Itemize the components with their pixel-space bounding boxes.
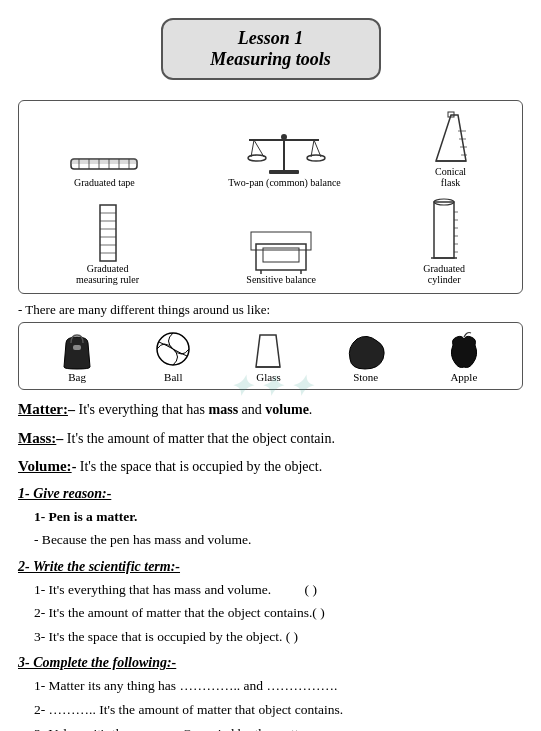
svg-rect-46 — [73, 345, 81, 350]
svg-rect-1 — [71, 159, 137, 164]
term-matter: Matter: — [18, 401, 68, 417]
ruler-icon — [92, 203, 124, 263]
thing-bag: Bag — [58, 329, 96, 383]
svg-rect-25 — [100, 205, 116, 261]
tools-row-bottom: Graduatedmeasuring ruler Sensitive balan… — [25, 196, 516, 287]
bracket2 — [317, 605, 320, 620]
tool-conical-flask: Conicalflask — [430, 111, 472, 188]
thing-name-glass: Glass — [256, 371, 280, 383]
things-label: - There are many different things around… — [18, 302, 523, 318]
thing-name-ball: Ball — [164, 371, 182, 383]
definition-volume: Volume:- It's the space that is occupied… — [18, 455, 523, 478]
definition-mass: Mass:– It's the amount of matter that th… — [18, 427, 523, 450]
stone-icon — [345, 329, 387, 371]
sensitive-balance-icon — [241, 224, 321, 274]
section1-item1-label: 1- Pen is a matter. — [34, 506, 523, 528]
things-section: - There are many different things around… — [18, 302, 523, 390]
tool-graduated-tape: Graduated tape — [69, 149, 139, 188]
title-box: Lesson 1 Measuring tools — [161, 18, 381, 80]
section1-title: 1- Give reason:- — [18, 486, 523, 502]
bracket1: ( ) — [305, 579, 317, 601]
bold-mass: mass — [209, 402, 239, 417]
svg-rect-37 — [434, 202, 454, 258]
cylinder-icon — [426, 198, 462, 263]
tool-name-tape: Graduated tape — [74, 177, 135, 188]
graduated-tape-icon — [69, 149, 139, 177]
lesson-title: Measuring tools — [183, 49, 359, 70]
svg-point-17 — [307, 155, 325, 161]
tool-name-conical: Conicalflask — [435, 166, 466, 188]
tool-ruler: Graduatedmeasuring ruler — [76, 203, 139, 285]
thing-ball: Ball — [154, 329, 192, 383]
glass-icon — [250, 329, 286, 371]
section2-item3: 3- It's the space that is occupied by th… — [34, 626, 523, 648]
term-volume: Volume: — [18, 458, 72, 474]
tool-name-balance: Two-pan (common) balance — [228, 177, 341, 188]
definition-matter: Matter:– It's everything that has mass a… — [18, 398, 523, 421]
thing-glass: Glass — [250, 329, 286, 383]
balance-icon — [239, 122, 329, 177]
svg-marker-18 — [436, 115, 466, 161]
bold-volume: volume — [265, 402, 309, 417]
tools-diagram-box: Graduated tape — [18, 100, 523, 294]
section2-item1: 1- It's everything that has mass and vol… — [34, 579, 523, 601]
ball-icon — [154, 329, 192, 371]
svg-rect-33 — [251, 232, 311, 250]
things-box: Bag Ball Glass Stone — [18, 322, 523, 390]
thing-name-stone: Stone — [353, 371, 378, 383]
svg-point-11 — [281, 134, 287, 140]
thing-apple: Apple — [445, 329, 483, 383]
tool-sensitive-balance: Sensitive balance — [241, 224, 321, 285]
thing-name-bag: Bag — [68, 371, 86, 383]
svg-rect-9 — [269, 170, 299, 174]
term-mass: Mass: — [18, 430, 56, 446]
apple-icon — [445, 329, 483, 371]
tools-row-top: Graduated tape — [25, 109, 516, 190]
section2-title: 2- Write the scientific term:- — [18, 559, 523, 575]
thing-stone: Stone — [345, 329, 387, 383]
section2-item2: 2- It's the amount of matter that the ob… — [34, 602, 523, 624]
section3-content: 1- Matter its any thing has ………….. and …… — [34, 675, 523, 731]
conical-flask-icon — [430, 111, 472, 166]
section3-title: 3- Complete the following:- — [18, 655, 523, 671]
section1-item1-sub: - Because the pen has mass and volume. — [34, 529, 523, 551]
section3-item1: 1- Matter its any thing has ………….. and …… — [34, 675, 523, 697]
tool-name-cylinder: Graduatedcylinder — [423, 263, 465, 285]
section2-content: 1- It's everything that has mass and vol… — [34, 579, 523, 648]
section3-item2: 2- ……….. It's the amount of matter that … — [34, 699, 523, 721]
section1-content: 1- Pen is a matter. - Because the pen ha… — [34, 506, 523, 551]
lesson-number: Lesson 1 — [183, 28, 359, 49]
thing-name-apple: Apple — [450, 371, 477, 383]
tool-name-sensitive: Sensitive balance — [246, 274, 316, 285]
tool-cylinder: Graduatedcylinder — [423, 198, 465, 285]
svg-marker-48 — [256, 335, 280, 367]
tool-name-ruler: Graduatedmeasuring ruler — [76, 263, 139, 285]
bracket3 — [290, 629, 293, 644]
section3-item3: 3- Volume it's the ……….. Occupied by the… — [34, 723, 523, 731]
bag-icon — [58, 329, 96, 371]
svg-point-14 — [248, 155, 266, 161]
tool-balance: Two-pan (common) balance — [228, 122, 341, 188]
